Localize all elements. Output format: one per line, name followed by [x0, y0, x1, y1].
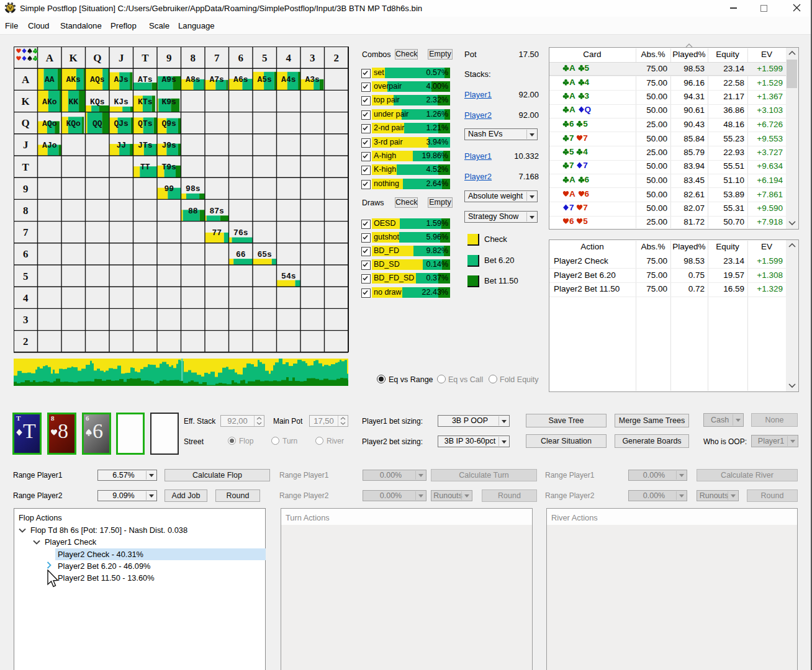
svg-text:KK: KK	[68, 97, 78, 107]
svg-text:J: J	[23, 139, 29, 151]
svg-text:A8s: A8s	[186, 75, 201, 84]
svg-text:66: 66	[236, 250, 246, 259]
svg-text:J: J	[119, 52, 124, 64]
svg-text:98s: 98s	[186, 184, 201, 194]
svg-text:A6s: A6s	[233, 75, 248, 84]
svg-text:7: 7	[23, 226, 29, 238]
svg-text:9: 9	[166, 52, 172, 64]
svg-text:A5s: A5s	[257, 75, 272, 84]
svg-text:6: 6	[238, 52, 244, 64]
svg-text:99: 99	[164, 184, 174, 194]
svg-text:3: 3	[23, 314, 29, 326]
svg-text:TT: TT	[140, 163, 150, 172]
svg-text:T: T	[22, 161, 30, 173]
svg-text:9: 9	[23, 183, 29, 195]
svg-text:AKs: AKs	[66, 75, 81, 84]
svg-text:88: 88	[188, 207, 198, 216]
svg-text:77: 77	[212, 228, 222, 238]
svg-text:JTs: JTs	[138, 141, 153, 150]
svg-text:AJo: AJo	[42, 141, 57, 150]
svg-text:Q: Q	[22, 117, 30, 129]
svg-text:JJ: JJ	[116, 141, 126, 150]
svg-text:3: 3	[310, 52, 315, 64]
svg-text:AA: AA	[45, 75, 55, 84]
svg-text:8: 8	[191, 52, 196, 64]
svg-text:AQs: AQs	[90, 75, 105, 84]
svg-text:5: 5	[262, 52, 268, 64]
svg-text:2: 2	[334, 52, 340, 64]
svg-text:8: 8	[23, 205, 29, 217]
svg-text:4: 4	[286, 52, 292, 64]
svg-text:KTs: KTs	[138, 97, 153, 107]
svg-text:7: 7	[214, 52, 220, 64]
svg-text:A: A	[22, 74, 30, 86]
svg-text:A9s: A9s	[161, 75, 176, 84]
svg-text:A7s: A7s	[209, 75, 224, 84]
svg-text:QQ: QQ	[92, 119, 102, 128]
svg-text:4: 4	[23, 292, 29, 304]
svg-text:76s: 76s	[233, 228, 248, 238]
svg-text:A3s: A3s	[305, 75, 320, 84]
svg-text:QJs: QJs	[114, 119, 129, 128]
svg-text:KJs: KJs	[114, 97, 129, 107]
svg-text:87s: 87s	[209, 207, 224, 216]
svg-text:2: 2	[23, 336, 29, 347]
svg-text:AJs: AJs	[114, 75, 129, 84]
svg-text:ATs: ATs	[138, 75, 153, 84]
svg-text:5: 5	[23, 270, 29, 282]
svg-text:T: T	[142, 52, 149, 64]
svg-text:54s: 54s	[281, 272, 296, 281]
svg-text:T9s: T9s	[161, 163, 176, 172]
svg-text:A: A	[46, 52, 54, 64]
svg-text:KQs: KQs	[90, 97, 105, 107]
svg-text:K: K	[22, 96, 30, 107]
svg-text:QTs: QTs	[138, 119, 153, 128]
svg-text:6: 6	[23, 248, 29, 260]
svg-text:AQo: AQo	[42, 119, 57, 128]
svg-text:A4s: A4s	[281, 75, 296, 84]
svg-text:AKo: AKo	[42, 97, 57, 107]
svg-text:KQo: KQo	[66, 119, 81, 128]
svg-text:K: K	[70, 52, 78, 64]
svg-text:K9s: K9s	[161, 97, 176, 107]
svg-text:Q: Q	[93, 52, 101, 64]
svg-text:J9s: J9s	[161, 141, 176, 150]
svg-text:Q9s: Q9s	[161, 119, 176, 128]
svg-text:65s: 65s	[257, 250, 272, 259]
